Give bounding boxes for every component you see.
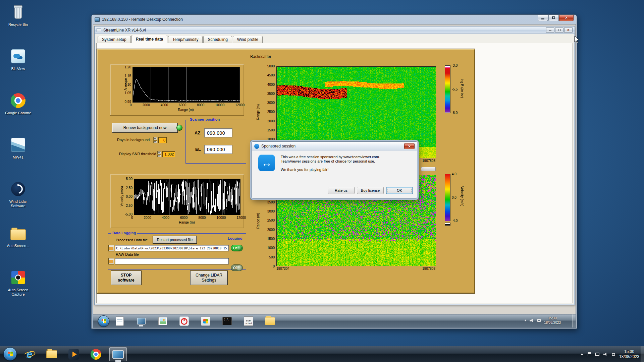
- renew-background-button[interactable]: Renew background now: [112, 123, 178, 133]
- show-desktop-button[interactable]: [641, 346, 644, 362]
- bl-view-icon: [11, 49, 25, 63]
- change-lidar-settings-button[interactable]: Change LiDAR Settings: [190, 270, 228, 285]
- tick-label: 1500: [267, 237, 275, 241]
- taskbar-item[interactable]: [115, 316, 125, 326]
- start-button[interactable]: [3, 347, 17, 361]
- wind-lidar-icon: [11, 182, 25, 196]
- desktop-icon[interactable]: Auto Screen Capture: [2, 269, 34, 308]
- app-close-button[interactable]: ×: [564, 27, 573, 33]
- auto-screen-capture-icon: [11, 271, 25, 284]
- rdp-close-button[interactable]: ×: [559, 15, 574, 21]
- taskbar-item[interactable]: Scan sched: [244, 316, 254, 326]
- rate-us-button[interactable]: Rate us: [328, 187, 355, 194]
- toggle-on-label: ON: [233, 246, 238, 250]
- ok-button[interactable]: OK: [386, 187, 413, 194]
- raw-logging-toggle[interactable]: OFF: [231, 264, 243, 271]
- desktop-icon[interactable]: MW41: [2, 136, 34, 176]
- app-titlebar[interactable]: StreamLine XR v14-6.vi ×: [95, 26, 575, 34]
- dialog-text-line2: TeamViewer sessions are free of charge f…: [281, 159, 380, 164]
- raw-path-field[interactable]: [115, 258, 229, 264]
- ascope-x-axis-title: Range (m): [132, 108, 239, 112]
- desktop-icon[interactable]: AutoScreen...: [2, 225, 34, 264]
- show-hidden-icons-arrow[interactable]: [580, 353, 584, 355]
- taskbar-item[interactable]: [21, 347, 38, 361]
- tick-label: 0: [130, 103, 132, 107]
- taskbar-item[interactable]: [136, 316, 146, 326]
- remote-show-desktop-button[interactable]: [572, 314, 576, 327]
- system-clock[interactable]: 15:30 18/08/2023: [619, 349, 639, 359]
- h-scrollbar-thumb[interactable]: [421, 167, 436, 171]
- desktop-icon[interactable]: Wind Lidar Software: [2, 180, 34, 220]
- taskbar-item[interactable]: [87, 347, 105, 361]
- desktop-icon[interactable]: BL-View: [2, 48, 34, 87]
- desktop-icon-label: AutoScreen...: [7, 244, 30, 248]
- velocity-colorbar-overrange-chip: [445, 223, 450, 226]
- google-chrome-icon: [11, 93, 25, 108]
- rdp-minimize-button[interactable]: [538, 15, 548, 21]
- ascope-plot: [132, 67, 240, 103]
- journal-icon: [116, 316, 124, 326]
- app-minimize-button[interactable]: [546, 27, 554, 33]
- tick-label: 6000: [180, 216, 187, 220]
- network-icon[interactable]: [595, 353, 599, 356]
- ascope-x-ticks: 020004000600080001000012000: [130, 103, 245, 107]
- tick-label: 3000: [267, 101, 275, 105]
- taskbar-item[interactable]: [265, 316, 275, 326]
- rays-spinner[interactable]: [153, 137, 157, 143]
- show-hidden-icons-arrow[interactable]: [525, 319, 526, 322]
- remote-clock[interactable]: 15:30 18/08/2023: [544, 316, 561, 325]
- dialog-close-button[interactable]: [404, 143, 415, 149]
- tab-system-setup[interactable]: System setup: [98, 36, 131, 43]
- taskbar-item[interactable]: [109, 347, 127, 361]
- stop-button-line1: STOP: [121, 273, 131, 278]
- taskbar-item[interactable]: [201, 316, 211, 326]
- dialog-message: This was a free session sponsored by www…: [281, 155, 380, 172]
- tab-scheduling[interactable]: Scheduling: [203, 36, 232, 43]
- volume-icon[interactable]: [603, 353, 608, 356]
- processed-logging-toggle[interactable]: ON: [231, 245, 243, 251]
- taskbar-item[interactable]: [43, 347, 60, 361]
- snr-value-field[interactable]: 1.002: [162, 151, 175, 157]
- stop-software-button[interactable]: STOP software: [111, 270, 142, 285]
- desktop: Recycle Bin BL-View Google Chrome MW41 W…: [0, 0, 644, 362]
- tick-label: 2000: [144, 216, 151, 220]
- windows-flag-icon: [8, 352, 13, 356]
- snr-spinner[interactable]: [157, 151, 161, 157]
- volume-icon[interactable]: [530, 319, 534, 322]
- power-plug-icon[interactable]: [537, 319, 541, 322]
- rays-value-field[interactable]: 8: [158, 137, 167, 143]
- tab-wind-profile[interactable]: Wind profile: [233, 36, 263, 43]
- taskbar-item[interactable]: [65, 347, 83, 361]
- dialog-title: Sponsored session: [261, 144, 296, 148]
- taskbar-item[interactable]: [179, 316, 189, 326]
- change-button-line1: Change LiDAR: [196, 273, 222, 278]
- rdp-maximize-button[interactable]: [548, 15, 559, 21]
- app-restore-button[interactable]: [555, 27, 564, 33]
- action-center-icon[interactable]: [588, 352, 591, 356]
- tick-label: -3.0: [452, 64, 458, 67]
- clock-time: 15:30: [619, 349, 639, 354]
- processed-path-field[interactable]: C:\Lidar\Data\Proc\2023\202308\20230818\…: [115, 245, 229, 251]
- buy-license-button[interactable]: Buy license: [357, 187, 384, 194]
- taskbar-item[interactable]: [222, 316, 232, 326]
- rdp-titlebar[interactable]: 192.168.0.150 - Remote Desktop Connectio…: [92, 15, 577, 24]
- az-value-field[interactable]: 090.000: [204, 128, 232, 137]
- tick-label: 0: [273, 264, 275, 268]
- dialog-titlebar[interactable]: Sponsored session: [252, 142, 417, 150]
- desktop-icon[interactable]: Google Chrome: [2, 92, 34, 131]
- velocity-colorbar-title: Velocity (m/s): [460, 181, 464, 212]
- tick-label: 0: [131, 216, 133, 220]
- power-plug-icon[interactable]: [612, 353, 615, 356]
- taskbar-item[interactable]: [158, 316, 168, 326]
- remote-start-button[interactable]: [98, 315, 109, 327]
- desktop-icon[interactable]: Recycle Bin: [2, 3, 34, 43]
- raw-path-browse-icon[interactable]: [108, 258, 114, 264]
- recycle-bin-icon: [13, 5, 23, 19]
- tick-label: 1500: [267, 128, 275, 132]
- tab-real-time-data[interactable]: Real time data: [131, 35, 167, 43]
- restart-processed-file-button[interactable]: Restart processed file: [153, 236, 197, 244]
- el-value-field[interactable]: 090.000: [204, 145, 232, 154]
- tab-temp-humidity[interactable]: Temp/humidity: [168, 36, 203, 43]
- chrome-icon: [91, 349, 101, 360]
- processed-path-browse-icon[interactable]: [108, 245, 114, 251]
